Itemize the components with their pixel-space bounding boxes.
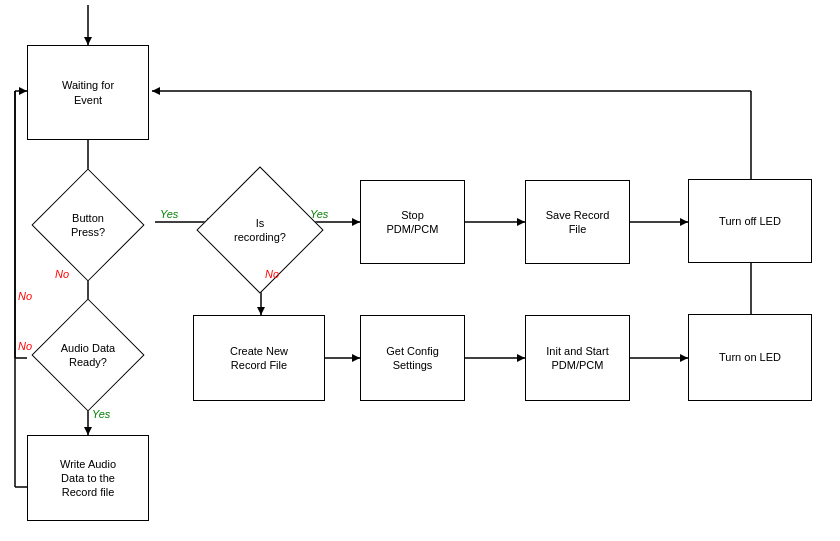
svg-marker-27 (84, 427, 92, 435)
svg-marker-1 (84, 37, 92, 45)
create-new-record-node: Create NewRecord File (193, 315, 325, 401)
audio-ready-diamond: Audio DataReady? (48, 315, 128, 395)
waiting-event-node: Waiting for Event (27, 45, 149, 140)
svg-marker-11 (680, 218, 688, 226)
is-recording-label: Isrecording? (234, 216, 286, 245)
flowchart-diagram: Waiting for Event ButtonPress? Isrecordi… (0, 0, 840, 541)
yes-is-recording: Yes (310, 208, 328, 220)
audio-ready-label: Audio DataReady? (61, 341, 115, 370)
button-press-label: ButtonPress? (71, 211, 105, 240)
is-recording-diamond: Isrecording? (215, 185, 305, 275)
svg-marker-32 (19, 87, 27, 95)
svg-marker-20 (517, 354, 525, 362)
init-start-label: Init and StartPDM/PCM (546, 344, 608, 373)
get-config-label: Get ConfigSettings (386, 344, 439, 373)
stop-pdm-label: StopPDM/PCM (387, 208, 439, 237)
svg-marker-7 (352, 218, 360, 226)
write-audio-label: Write AudioData to theRecord file (60, 457, 116, 500)
init-start-node: Init and StartPDM/PCM (525, 315, 630, 401)
yes-audio-ready: Yes (92, 408, 110, 420)
no-button-press: No (55, 268, 69, 280)
svg-marker-16 (257, 307, 265, 315)
yes-button-press: Yes (160, 208, 178, 220)
turn-on-led-label: Turn on LED (719, 350, 781, 364)
turn-off-led-node: Turn off LED (688, 179, 812, 263)
turn-off-led-label: Turn off LED (719, 214, 781, 228)
no-is-recording: No (265, 268, 279, 280)
no-audio-ready: No (18, 340, 32, 352)
svg-marker-14 (152, 87, 160, 95)
svg-marker-18 (352, 354, 360, 362)
turn-on-led-node: Turn on LED (688, 314, 812, 401)
no-outer-loop: No (18, 290, 32, 302)
save-record-label: Save RecordFile (546, 208, 610, 237)
create-new-label: Create NewRecord File (230, 344, 288, 373)
get-config-node: Get ConfigSettings (360, 315, 465, 401)
svg-marker-9 (517, 218, 525, 226)
button-press-diamond: ButtonPress? (48, 185, 128, 265)
write-audio-node: Write AudioData to theRecord file (27, 435, 149, 521)
svg-marker-22 (680, 354, 688, 362)
waiting-event-label: Waiting for Event (62, 78, 114, 107)
stop-pdm-node: StopPDM/PCM (360, 180, 465, 264)
save-record-node: Save RecordFile (525, 180, 630, 264)
